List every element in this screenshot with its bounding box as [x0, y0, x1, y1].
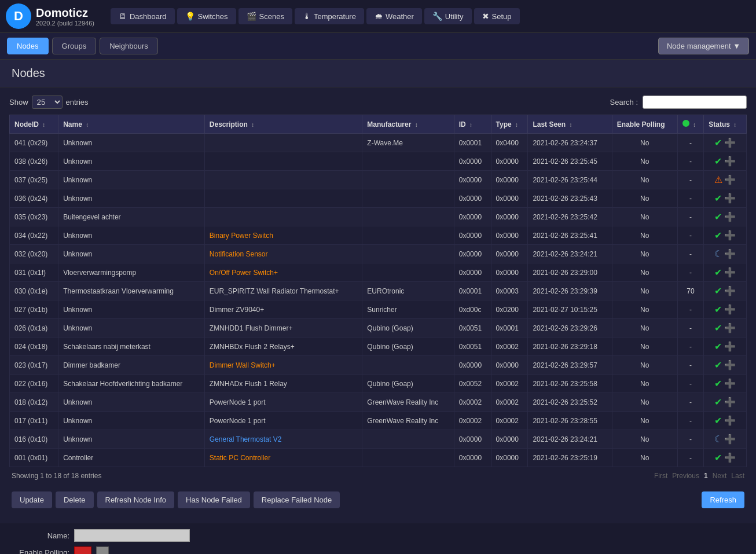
cell-id: 0x0000 — [454, 189, 491, 208]
sub-nav: Nodes Groups Neighbours Node management … — [0, 33, 756, 60]
name-input[interactable] — [74, 529, 190, 542]
tab-neighbours[interactable]: Neighbours — [100, 38, 158, 54]
table-row[interactable]: 035 (0x23) Buitengevel achter 0x0000 0x0… — [10, 208, 747, 226]
add-icon[interactable]: ➕ — [724, 397, 736, 407]
node-management-button[interactable]: Node management ▼ — [658, 38, 749, 54]
table-row[interactable]: 027 (0x1b) Unknown Dimmer ZV9040+ Sunric… — [10, 300, 747, 319]
add-icon[interactable]: ➕ — [724, 175, 736, 185]
table-row[interactable]: 018 (0x12) Unknown PowerNode 1 port Gree… — [10, 393, 747, 412]
show-label: Show — [9, 98, 28, 107]
col-name[interactable]: Name ↕ — [58, 115, 205, 134]
cell-nodeid: 016 (0x10) — [10, 430, 58, 449]
add-icon[interactable]: ➕ — [724, 138, 736, 148]
add-icon[interactable]: ➕ — [724, 434, 736, 444]
enable-polling-toggle-off[interactable] — [96, 546, 109, 554]
nav-switches[interactable]: 💡Switches — [177, 8, 236, 24]
nav-scenes[interactable]: 🎬Scenes — [238, 8, 292, 24]
table-row[interactable]: 024 (0x18) Schakelaars nabij meterkast Z… — [10, 337, 747, 356]
cell-last-seen: 2021-02-26 23:24:21 — [528, 430, 612, 449]
cell-id: 0x0000 — [454, 152, 491, 171]
table-row[interactable]: 036 (0x24) Unknown 0x0000 0x0000 2021-02… — [10, 189, 747, 208]
tab-groups[interactable]: Groups — [52, 38, 97, 54]
nav-dashboard[interactable]: 🖥Dashboard — [111, 8, 175, 24]
cell-flag: - — [677, 208, 704, 226]
nav-utility[interactable]: 🔧Utility — [424, 8, 472, 24]
cell-manufacturer: EUROtronic — [362, 282, 454, 300]
add-icon[interactable]: ➕ — [724, 416, 736, 425]
cell-flag: - — [677, 300, 704, 319]
page-last[interactable]: Last — [731, 472, 744, 480]
add-icon[interactable]: ➕ — [724, 379, 736, 388]
add-icon[interactable]: ➕ — [724, 249, 736, 259]
add-icon[interactable]: ➕ — [724, 212, 736, 222]
has-node-failed-button[interactable]: Has Node Failed — [178, 491, 250, 508]
col-description[interactable]: Description ↕ — [204, 115, 362, 134]
cell-last-seen: 2021-02-26 23:25:44 — [528, 171, 612, 189]
col-status[interactable]: Status ↕ — [704, 115, 747, 134]
add-icon[interactable]: ➕ — [724, 286, 736, 296]
enable-polling-toggle-on[interactable] — [74, 546, 91, 554]
table-row[interactable]: 030 (0x1e) Thermostaatkraan Vloerverwarm… — [10, 282, 747, 300]
table-row[interactable]: 001 (0x01) Controller Static PC Controll… — [10, 449, 747, 467]
cell-name: Vloerverwarmingspomp — [58, 263, 205, 282]
page-next[interactable]: Next — [713, 472, 727, 480]
update-button[interactable]: Update — [12, 491, 52, 508]
nav-setup[interactable]: ✖Setup — [474, 8, 520, 24]
cell-type: 0x0000 — [491, 171, 528, 189]
cell-id: 0x0000 — [454, 263, 491, 282]
table-row[interactable]: 041 (0x29) Unknown Z-Wave.Me 0x0001 0x04… — [10, 134, 747, 152]
add-icon[interactable]: ➕ — [724, 342, 736, 351]
add-icon[interactable]: ➕ — [724, 304, 736, 314]
col-nodeid[interactable]: NodeID ↕ — [10, 115, 58, 134]
table-row[interactable]: 017 (0x11) Unknown PowerNode 1 port Gree… — [10, 412, 747, 430]
col-enable-polling[interactable]: Enable Polling — [612, 115, 677, 134]
cell-name: Thermostaatkraan Vloerverwarming — [58, 282, 205, 300]
page-title-bar: Nodes — [0, 60, 756, 87]
table-header-row: NodeID ↕ Name ↕ Description ↕ Manufactur… — [10, 115, 747, 134]
cell-description: Static PC Controller — [204, 449, 362, 467]
col-type[interactable]: Type ↕ — [491, 115, 528, 134]
table-row[interactable]: 031 (0x1f) Vloerverwarmingspomp On/Off P… — [10, 263, 747, 282]
table-row[interactable]: 034 (0x22) Unknown Binary Power Switch 0… — [10, 226, 747, 245]
col-flag[interactable]: ↕ — [677, 115, 704, 134]
cell-enable-polling: No — [612, 412, 677, 430]
table-row[interactable]: 016 (0x10) Unknown General Thermostat V2… — [10, 430, 747, 449]
cell-name: Unknown — [58, 226, 205, 245]
refresh-button[interactable]: Refresh — [702, 491, 744, 508]
cell-name: Unknown — [58, 430, 205, 449]
table-row[interactable]: 032 (0x20) Unknown Notification Sensor 0… — [10, 245, 747, 263]
tab-nodes[interactable]: Nodes — [7, 38, 49, 54]
add-icon[interactable]: ➕ — [724, 453, 736, 463]
col-id[interactable]: ID ↕ — [454, 115, 491, 134]
table-row[interactable]: 037 (0x25) Unknown 0x0000 0x0000 2021-02… — [10, 171, 747, 189]
page-first[interactable]: First — [654, 472, 667, 480]
col-manufacturer[interactable]: Manufacturer ↕ — [362, 115, 454, 134]
nav-temperature[interactable]: 🌡Temperature — [295, 8, 364, 24]
table-row[interactable]: 022 (0x16) Schakelaar Hoofdverlichting b… — [10, 375, 747, 393]
table-row[interactable]: 023 (0x17) Dimmer badkamer Dimmer Wall S… — [10, 356, 747, 375]
page-previous[interactable]: Previous — [672, 472, 699, 480]
table-row[interactable]: 038 (0x26) Unknown 0x0000 0x0000 2021-02… — [10, 152, 747, 171]
col-last-seen[interactable]: Last Seen ↕ — [528, 115, 612, 134]
add-icon[interactable]: ➕ — [724, 360, 736, 370]
replace-failed-node-button[interactable]: Replace Failed Node — [254, 491, 340, 508]
add-icon[interactable]: ➕ — [724, 156, 736, 166]
page-title: Nodes — [12, 67, 744, 80]
entries-select[interactable]: 10 25 50 100 — [32, 96, 63, 109]
page-current[interactable]: 1 — [704, 472, 708, 480]
add-icon[interactable]: ➕ — [724, 323, 736, 333]
delete-button[interactable]: Delete — [56, 491, 94, 508]
logo-icon[interactable]: D — [6, 3, 31, 29]
table-row[interactable]: 026 (0x1a) Unknown ZMNHDD1 Flush Dimmer+… — [10, 319, 747, 337]
cell-enable-polling: No — [612, 208, 677, 226]
cell-manufacturer — [362, 171, 454, 189]
search-input[interactable] — [643, 96, 747, 109]
cell-type: 0x0200 — [491, 300, 528, 319]
add-icon[interactable]: ➕ — [724, 230, 736, 240]
nav-weather[interactable]: 🌧Weather — [366, 8, 422, 24]
add-icon[interactable]: ➕ — [724, 267, 736, 277]
add-icon[interactable]: ➕ — [724, 193, 736, 203]
cell-type: 0x0002 — [491, 393, 528, 412]
refresh-node-info-button[interactable]: Refresh Node Info — [97, 491, 175, 508]
cell-description — [204, 134, 362, 152]
